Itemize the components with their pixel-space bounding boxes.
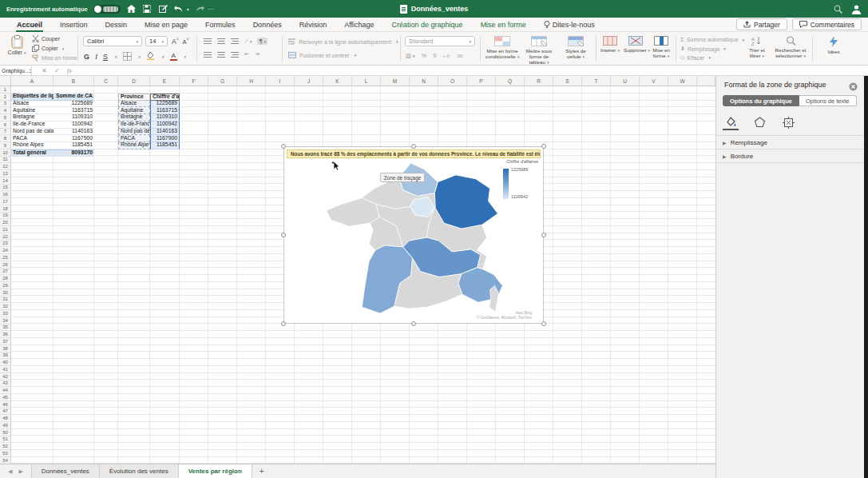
- sheet-tab-ventes-par-r-gion[interactable]: Ventes par région: [179, 464, 252, 478]
- borders-icon[interactable]: [123, 52, 132, 61]
- pivot-region-label[interactable]: Aquitaine: [11, 107, 54, 114]
- row-header-11[interactable]: 11: [0, 157, 11, 164]
- cell-styles-button[interactable]: Styles de cellule▾: [557, 36, 594, 60]
- column-header-V[interactable]: V: [640, 76, 668, 86]
- map-legend[interactable]: Chiffre d'affaires 1225689 1100942: [492, 159, 538, 201]
- text-direction-icon[interactable]: ¶▾: [257, 38, 268, 45]
- row-header-29[interactable]: 29: [0, 282, 11, 289]
- column-header-T[interactable]: T: [582, 76, 611, 86]
- row-header-43[interactable]: 43: [0, 380, 11, 388]
- sheet-tab--volution-des-ventes[interactable]: Évolution des ventes: [100, 464, 179, 478]
- chart-handle-n[interactable]: [411, 144, 416, 149]
- source-region-value[interactable]: 1109310: [150, 114, 180, 121]
- autosave-toggle[interactable]: [93, 5, 121, 14]
- row-header-16[interactable]: 16: [0, 191, 11, 198]
- row-header-12[interactable]: 12: [0, 163, 11, 170]
- ideas-button[interactable]: Idées: [819, 36, 848, 54]
- align-middle-icon[interactable]: [217, 38, 225, 44]
- fill-and-line-icon[interactable]: [723, 114, 739, 130]
- row-header-10[interactable]: 10: [0, 149, 11, 157]
- source-region-value[interactable]: 1100942: [150, 121, 180, 129]
- redo-icon[interactable]: [195, 4, 205, 14]
- paste-button[interactable]: Coller▾: [5, 35, 29, 55]
- row-header-9[interactable]: 9: [0, 142, 11, 149]
- column-header-U[interactable]: U: [611, 76, 640, 86]
- row-header-38[interactable]: 38: [0, 345, 11, 353]
- source-region-label[interactable]: Ile-de-France: [118, 121, 150, 129]
- format-pane-close-icon[interactable]: [849, 80, 858, 94]
- grow-font-button[interactable]: A˄: [172, 37, 179, 46]
- source-region-value[interactable]: 1163715: [150, 107, 180, 114]
- row-header-2[interactable]: 2: [0, 94, 11, 101]
- ribbon-tab-donn-es[interactable]: Données: [244, 18, 291, 32]
- number-format-select[interactable]: Standard▾: [405, 36, 475, 46]
- size-properties-icon[interactable]: [780, 114, 796, 130]
- orientation-icon[interactable]: ⟋▾: [244, 38, 252, 45]
- italic-button[interactable]: I: [95, 53, 97, 61]
- column-header-M[interactable]: M: [381, 76, 410, 86]
- column-header-F[interactable]: F: [180, 76, 208, 86]
- row-header-24[interactable]: 24: [0, 247, 11, 254]
- pivot-region-label[interactable]: PACA: [11, 135, 54, 142]
- ribbon-tab-formules[interactable]: Formules: [196, 18, 244, 32]
- ribbon-tab-insertion[interactable]: Insertion: [51, 18, 97, 32]
- bold-button[interactable]: G: [84, 53, 89, 61]
- row-header-40[interactable]: 40: [0, 359, 11, 366]
- font-family-select[interactable]: Calibri▾: [83, 36, 142, 46]
- pivot-region-value[interactable]: 1109310: [54, 114, 94, 121]
- row-header-3[interactable]: 3: [0, 101, 11, 108]
- insert-cells-button[interactable]: Insérer▾: [598, 36, 622, 54]
- row-header-18[interactable]: 18: [0, 205, 11, 213]
- sort-filter-button[interactable]: AZ Trier et filtrer▾: [743, 36, 771, 59]
- ribbon-tab-dessin[interactable]: Dessin: [97, 18, 137, 32]
- effects-icon[interactable]: [751, 114, 767, 130]
- sheet-grid[interactable]: ABCDEFGHIJKLMNOPQRSTUVW 1234567891011121…: [0, 76, 715, 464]
- row-header-52[interactable]: 52: [0, 443, 11, 450]
- row-header-49[interactable]: 49: [0, 422, 11, 429]
- ribbon-tab-accueil[interactable]: Accueil: [8, 18, 51, 32]
- align-right-icon[interactable]: [231, 52, 239, 58]
- increase-indent-icon[interactable]: ⇥: [255, 51, 260, 58]
- font-size-select[interactable]: 14▾: [145, 36, 168, 46]
- map-region-alsace[interactable]: [434, 175, 497, 229]
- clear-button[interactable]: ◇Effacer▾: [680, 54, 744, 61]
- share-button[interactable]: Partager: [736, 18, 787, 30]
- source-region-value[interactable]: 1185451: [150, 142, 180, 149]
- column-header-Q[interactable]: Q: [496, 76, 525, 86]
- format-cells-button[interactable]: Mise en forme▾: [649, 36, 673, 59]
- row-header-48[interactable]: 48: [0, 415, 11, 422]
- name-box-spinner[interactable]: ▴▾: [30, 68, 31, 74]
- column-header-N[interactable]: N: [410, 76, 438, 86]
- column-header-partial[interactable]: [697, 76, 715, 86]
- row-header-53[interactable]: 53: [0, 450, 11, 457]
- column-header-B[interactable]: B: [54, 76, 94, 86]
- column-header-K[interactable]: K: [323, 76, 352, 86]
- pivot-total-label[interactable]: Total général: [11, 149, 54, 157]
- column-header-H[interactable]: H: [237, 76, 266, 86]
- row-header-21[interactable]: 21: [0, 226, 11, 233]
- row-header-14[interactable]: 14: [0, 177, 11, 185]
- fill-color-icon[interactable]: [146, 51, 155, 62]
- row-header-45[interactable]: 45: [0, 394, 11, 401]
- ribbon-tab-cr-ation-de-graphique[interactable]: Création de graphique: [383, 18, 472, 32]
- formula-cancel-icon[interactable]: ✕: [42, 66, 47, 76]
- save-icon[interactable]: [142, 4, 153, 14]
- column-header-G[interactable]: G: [208, 76, 237, 86]
- row-header-26[interactable]: 26: [0, 261, 11, 269]
- column-header-O[interactable]: O: [438, 76, 467, 86]
- chart-handle-nw[interactable]: [281, 144, 286, 149]
- row-header-20[interactable]: 20: [0, 219, 11, 226]
- row-header-17[interactable]: 17: [0, 198, 11, 205]
- row-header-27[interactable]: 27: [0, 269, 11, 276]
- format-as-table-button[interactable]: Mettre sous forme de tableau▾: [521, 36, 557, 66]
- ribbon-tab-mise-en-forme[interactable]: Mise en forme: [472, 18, 535, 32]
- source-region-label[interactable]: Nord pas de calais: [118, 129, 150, 136]
- row-header-28[interactable]: 28: [0, 275, 11, 282]
- toolbar-more-icon[interactable]: ⋯: [208, 6, 214, 13]
- row-header-30[interactable]: 30: [0, 289, 11, 297]
- row-header-46[interactable]: 46: [0, 401, 11, 408]
- fill-button[interactable]: ⬇Remplissage▾: [680, 46, 744, 52]
- search-icon[interactable]: [833, 4, 843, 14]
- shrink-font-button[interactable]: A˅: [183, 37, 189, 46]
- source-region-label[interactable]: Alsace: [118, 101, 150, 108]
